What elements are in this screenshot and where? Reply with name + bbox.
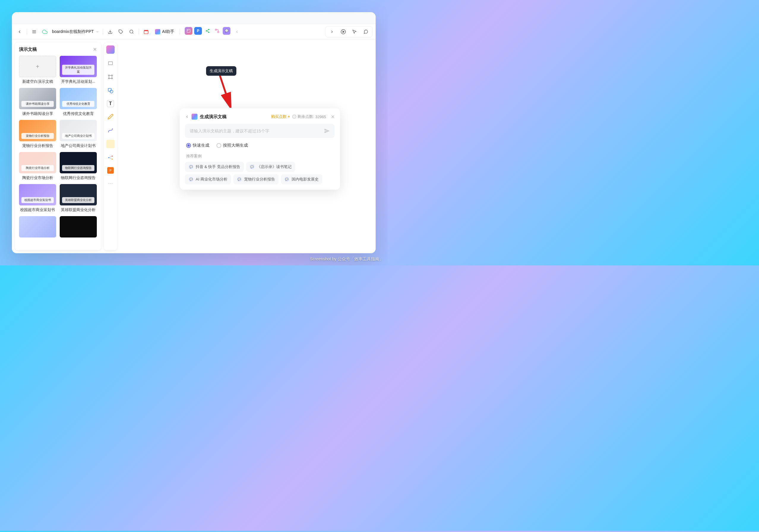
svg-line-14 — [207, 30, 209, 31]
template-item[interactable]: 课外书籍阅读分享课外书籍阅读分享 — [19, 88, 56, 116]
example-chip[interactable]: 💬抖音 & 快手 竞品分析报告 — [185, 162, 244, 172]
radio-outline-generate[interactable]: 按照大纲生成 — [217, 143, 248, 148]
document-title[interactable]: boardmix在线制作PPT — [51, 29, 100, 34]
radio-unchecked-icon — [217, 143, 221, 148]
template-overlay-text: 物联网行业咨询报告 — [62, 165, 95, 171]
template-item[interactable]: 校园超市商业策划书校园超市商业策划书 — [19, 184, 56, 212]
send-button[interactable] — [324, 128, 330, 134]
points-remaining: 剩余点数: 32965 — [292, 114, 326, 119]
template-item[interactable]: 优秀传统文化教育优秀传统文化教育 — [60, 88, 97, 116]
templates-sidebar: 演示文稿 ✕ +新建空白演示文稿开学典礼活动策划方案开学典礼活动策划...课外书… — [15, 42, 101, 250]
panel-back-button[interactable] — [185, 115, 189, 119]
tag-button[interactable] — [116, 27, 126, 37]
template-item[interactable]: 英雄联盟商业化分析英雄联盟商业化分析 — [60, 184, 97, 212]
example-chip-label: AI 商业化市场分析 — [196, 177, 227, 182]
comment-button[interactable] — [361, 27, 371, 37]
search-button[interactable] — [127, 27, 136, 37]
sticky-note-tool[interactable] — [106, 140, 115, 148]
cloud-sync-icon[interactable] — [40, 27, 50, 37]
text-tool[interactable]: T — [107, 100, 114, 107]
example-chip[interactable]: 💬《启示录》读书笔记 — [246, 162, 295, 172]
ppt-tool[interactable]: P — [107, 167, 114, 174]
example-chip-label: 抖音 & 快手 竞品分析报告 — [196, 164, 240, 170]
back-button[interactable] — [15, 27, 24, 37]
browser-window: boardmix在线制作PPT AI助手 P — [12, 12, 376, 253]
template-label: 优秀传统文化教育 — [60, 111, 97, 116]
ai-prompt-input-wrap — [185, 124, 335, 138]
ai-assistant-button[interactable]: AI助手 — [152, 27, 177, 36]
tool-chevron-icon[interactable] — [232, 27, 242, 37]
sidebar-title: 演示文稿 — [19, 47, 37, 52]
forward-button[interactable] — [327, 27, 337, 37]
template-label: 陶瓷行业市场分析 — [19, 175, 56, 180]
template-thumbnail: 优秀传统文化教育 — [60, 88, 97, 109]
play-button[interactable] — [339, 27, 348, 37]
template-item[interactable] — [60, 216, 97, 239]
pen-tool[interactable] — [106, 113, 115, 121]
template-item[interactable] — [19, 216, 56, 239]
template-overlay-text: 课外书籍阅读分享 — [21, 101, 54, 107]
template-thumbnail: 陶瓷行业市场分析 — [19, 152, 56, 173]
ai-logo-tool[interactable] — [106, 45, 115, 54]
template-overlay-text: 校园超市商业策划书 — [21, 197, 54, 203]
template-item[interactable]: 开学典礼活动策划方案开学典礼活动策划... — [60, 56, 97, 84]
radio-quick-generate[interactable]: 快速生成 — [186, 143, 209, 148]
svg-point-27 — [112, 156, 112, 156]
tooltip: 生成演示文稿 — [206, 66, 236, 76]
svg-marker-18 — [343, 31, 344, 33]
template-item[interactable]: 陶瓷行业市场分析陶瓷行业市场分析 — [19, 152, 56, 180]
svg-point-9 — [188, 30, 188, 31]
watermark: Screenshot by 公众号「效率工具指南」 — [310, 256, 383, 262]
navigator-tool[interactable] — [106, 59, 115, 67]
template-label: 英雄联盟商业化分析 — [60, 207, 97, 212]
template-label: 地产公司商业计划书 — [60, 143, 97, 148]
image-tool-icon[interactable] — [185, 27, 192, 35]
chat-bubble-icon: 💬 — [188, 165, 193, 169]
connector-tool[interactable] — [106, 126, 115, 134]
chat-bubble-icon: 💬 — [285, 177, 289, 182]
svg-point-10 — [208, 29, 209, 30]
menu-button[interactable] — [29, 27, 39, 37]
template-item[interactable]: +新建空白演示文稿 — [19, 56, 56, 84]
svg-line-13 — [207, 31, 209, 32]
template-thumbnail: 物联网行业咨询报告 — [60, 152, 97, 173]
chat-tool-icon[interactable]: 💬 — [223, 27, 230, 35]
mindmap-tool[interactable] — [106, 153, 115, 162]
template-label: 校园超市商业策划书 — [19, 207, 56, 212]
template-overlay-text: 陶瓷行业市场分析 — [21, 165, 54, 171]
template-item[interactable]: 地产公司商业计划书地产公司商业计划书 — [60, 120, 97, 148]
flowchart-tool-icon[interactable] — [213, 27, 221, 35]
svg-rect-7 — [144, 30, 148, 31]
template-overlay-text: 宠物行业分析报告 — [21, 133, 54, 139]
template-overlay-text: 地产公司商业计划书 — [62, 133, 95, 139]
frame-tool[interactable] — [106, 73, 115, 81]
ai-prompt-input[interactable] — [190, 129, 321, 133]
document-title-text: boardmix在线制作PPT — [52, 29, 94, 34]
template-thumbnail: 宠物行业分析报告 — [19, 120, 56, 141]
browser-tab-bar — [12, 12, 376, 24]
svg-rect-15 — [215, 29, 217, 30]
panel-close-button[interactable]: ✕ — [331, 114, 335, 120]
svg-line-32 — [220, 75, 229, 102]
template-item[interactable]: 物联网行业咨询报告物联网行业咨询报告 — [60, 152, 97, 180]
template-label: 宠物行业分析报告 — [19, 143, 56, 148]
template-item[interactable]: 宠物行业分析报告宠物行业分析报告 — [19, 120, 56, 148]
template-thumbnail: 校园超市商业策划书 — [19, 184, 56, 206]
template-grid: +新建空白演示文稿开学典礼活动策划方案开学典礼活动策划...课外书籍阅读分享课外… — [19, 56, 97, 239]
more-tools[interactable]: ⋯ — [106, 179, 115, 187]
shape-tool[interactable] — [106, 86, 115, 95]
example-chip[interactable]: 💬宠物行业分析报告 — [233, 174, 279, 184]
example-chip-label: 宠物行业分析报告 — [244, 177, 275, 182]
example-chip[interactable]: 💬国内电影发展史 — [281, 174, 322, 184]
buy-points-link[interactable]: 购买点数 + — [271, 114, 290, 119]
example-chip[interactable]: 💬AI 商业化市场分析 — [185, 174, 231, 184]
svg-point-12 — [208, 31, 209, 33]
template-overlay-text: 开学典礼活动策划方案 — [62, 65, 95, 75]
share-tool-icon[interactable] — [204, 27, 212, 35]
cursor-button[interactable] — [350, 27, 359, 37]
calendar-icon[interactable] — [141, 27, 151, 37]
download-button[interactable] — [105, 27, 115, 37]
presentation-tool-icon[interactable]: P — [194, 27, 202, 35]
sidebar-close-button[interactable]: ✕ — [93, 47, 97, 52]
template-thumbnail: + — [19, 56, 56, 77]
